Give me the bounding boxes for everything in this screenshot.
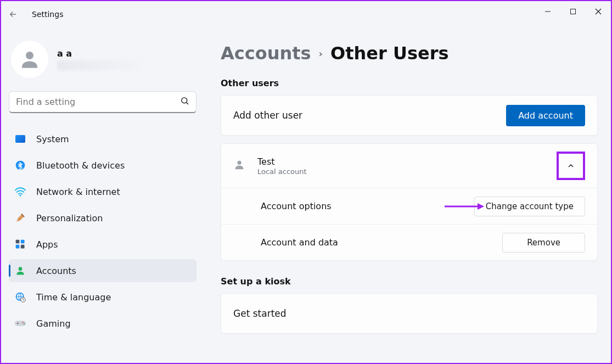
window-title: Settings [32, 10, 63, 19]
add-user-card: Add other user Add account [221, 95, 598, 136]
svg-point-8 [20, 195, 21, 197]
sidebar-item-apps[interactable]: Apps [9, 233, 196, 256]
breadcrumb: Accounts › Other Users [221, 43, 598, 64]
svg-rect-12 [21, 245, 25, 249]
close-button[interactable] [586, 1, 611, 22]
globe-clock-icon [14, 291, 26, 303]
search-icon [180, 96, 189, 108]
search-input[interactable] [16, 97, 180, 107]
chevron-up-icon [566, 161, 575, 170]
get-started-label: Get started [233, 308, 287, 319]
collapse-button[interactable] [557, 152, 585, 180]
account-options-label: Account options [261, 201, 332, 211]
profile-name: a a [57, 48, 150, 59]
svg-rect-1 [571, 9, 576, 14]
gamepad-icon [14, 317, 26, 329]
sidebar-item-label: Apps [36, 239, 58, 250]
wifi-icon [14, 186, 26, 198]
section-kiosk: Set up a kiosk [221, 276, 598, 287]
svg-point-13 [19, 267, 23, 271]
add-account-button[interactable]: Add account [506, 105, 585, 126]
svg-rect-9 [16, 240, 20, 244]
user-card: Test Local account Account options Chang… [221, 143, 598, 261]
remove-button[interactable]: Remove [502, 233, 585, 253]
sidebar-item-label: Personalization [36, 213, 103, 223]
avatar [11, 41, 48, 78]
system-icon [14, 133, 26, 145]
sidebar-item-label: Gaming [36, 318, 71, 329]
bluetooth-icon [14, 159, 26, 171]
minimize-button[interactable] [535, 1, 560, 22]
sidebar-item-bluetooth[interactable]: Bluetooth & devices [9, 154, 196, 177]
svg-point-19 [24, 323, 25, 324]
sidebar-item-label: Accounts [36, 266, 76, 276]
account-data-row: Account and data Remove [221, 224, 597, 260]
person-icon [14, 265, 26, 277]
section-other-users: Other users [221, 78, 598, 88]
svg-point-17 [17, 323, 18, 324]
main-content: Accounts › Other Users Other users Add o… [204, 27, 611, 363]
sidebar-item-accounts[interactable]: Accounts [9, 259, 196, 282]
sidebar-item-label: Network & internet [36, 187, 120, 197]
svg-point-18 [23, 322, 24, 323]
chevron-right-icon: › [319, 48, 323, 59]
user-type: Local account [257, 167, 307, 176]
search-box[interactable] [9, 91, 196, 113]
sidebar-item-label: Time & language [36, 292, 111, 303]
sidebar-item-network[interactable]: Network & internet [9, 180, 196, 203]
kiosk-card[interactable]: Get started [221, 293, 598, 334]
paintbrush-icon [14, 212, 26, 224]
svg-point-4 [26, 52, 33, 59]
add-user-label: Add other user [233, 110, 302, 121]
sidebar-item-label: Bluetooth & devices [36, 160, 125, 171]
back-button[interactable] [5, 7, 21, 22]
apps-icon [14, 238, 26, 250]
user-header-row[interactable]: Test Local account [221, 144, 597, 188]
page-title: Other Users [330, 43, 448, 64]
account-data-label: Account and data [261, 237, 338, 248]
account-options-row: Account options Change account type [221, 188, 597, 224]
sidebar-item-label: System [36, 134, 69, 144]
sidebar-item-system[interactable]: System [9, 127, 196, 150]
nav-list: System Bluetooth & devices Network & int… [9, 127, 196, 335]
sidebar-item-time-language[interactable]: Time & language [9, 285, 196, 309]
profile-email-redacted [57, 60, 150, 70]
svg-point-5 [182, 98, 187, 103]
svg-point-20 [237, 161, 241, 165]
svg-line-6 [187, 103, 188, 104]
svg-rect-11 [16, 245, 20, 249]
window-controls [535, 1, 611, 22]
sidebar-item-gaming[interactable]: Gaming [9, 312, 196, 335]
user-name: Test [257, 156, 307, 167]
sidebar: a a System Bluetooth & devices [1, 27, 204, 363]
change-account-type-button[interactable]: Change account type [474, 197, 585, 216]
person-icon [233, 159, 245, 173]
sidebar-item-personalization[interactable]: Personalization [9, 206, 196, 229]
titlebar: Settings [1, 1, 611, 27]
breadcrumb-parent[interactable]: Accounts [221, 43, 311, 64]
maximize-button[interactable] [560, 1, 586, 22]
svg-rect-10 [21, 240, 25, 244]
profile-block[interactable]: a a [9, 38, 196, 91]
